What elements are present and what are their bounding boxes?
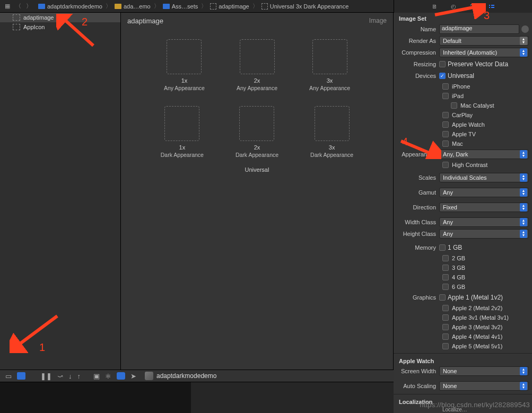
slot-icon	[261, 3, 268, 10]
direction-select[interactable]: Fixed▲▼	[439, 203, 529, 212]
jump-bar: ▦ 〈 〉 adaptdarkmodedemo 〉 ada…emo 〉 Ass……	[0, 0, 532, 13]
gfx-3-checkbox[interactable]	[442, 324, 449, 330]
location-icon[interactable]: ➤	[130, 372, 136, 380]
imageset-icon	[13, 14, 20, 21]
wells-row-dark: 1xDark Appearance 2xDark Appearance 3xDa…	[161, 106, 353, 158]
render-as-select[interactable]: Default▲▼	[439, 36, 529, 46]
preserve-vector-checkbox[interactable]	[439, 61, 446, 67]
attributes-inspector: Image Set Name adaptimage Render As Defa…	[394, 13, 532, 413]
console-area	[0, 382, 394, 413]
crumb-asset[interactable]: adaptimage	[219, 3, 249, 10]
device-watch-checkbox[interactable]	[442, 121, 449, 128]
auto-scaling-select[interactable]: None▲▼	[439, 381, 529, 391]
outline-item-label: AppIcon	[23, 24, 45, 30]
well-1x-dark[interactable]: 1xDark Appearance	[161, 106, 204, 158]
crumb-project[interactable]: adaptdarkmodedemo	[47, 3, 102, 10]
file-inspector-icon[interactable]: 🗎	[430, 2, 439, 11]
asset-editor: adaptimage Image 1xAny Appearance 2xAny …	[121, 13, 394, 413]
high-contrast-checkbox[interactable]	[442, 162, 449, 168]
clear-name-icon[interactable]	[521, 25, 529, 33]
toggle-debug-icon[interactable]: ▭	[5, 372, 12, 380]
app-icon	[145, 372, 153, 380]
recent-files-icon[interactable]: ▦	[3, 2, 12, 11]
debug-bar: ▭ ❚❚ ⤻ ↓ ↑ ▣ ⚛ ➤ adaptdarkmodedemo	[0, 370, 394, 382]
asset-type-label: Image	[369, 17, 387, 24]
memory-3gb-checkbox[interactable]	[442, 265, 449, 271]
well-2x-any[interactable]: 2xAny Appearance	[237, 39, 277, 91]
gfx-2-checkbox[interactable]	[442, 305, 449, 311]
section-image-set: Image Set	[394, 13, 532, 23]
section-apple-watch: Apple Watch	[394, 356, 532, 365]
crumb-group[interactable]: ada…emo	[124, 3, 151, 10]
universal-label: Universal	[245, 166, 269, 173]
pause-icon[interactable]: ❚❚	[40, 372, 52, 380]
memory-6gb-checkbox[interactable]	[442, 284, 449, 290]
assets-icon	[163, 4, 170, 9]
well-3x-dark[interactable]: 3xDark Appearance	[310, 106, 353, 158]
outline-item-label: adaptimage	[23, 14, 54, 21]
project-icon	[38, 4, 45, 9]
step-in-icon[interactable]: ↓	[68, 372, 72, 380]
wells-row-any: 1xAny Appearance 2xAny Appearance 3xAny …	[164, 39, 350, 91]
device-mac-checkbox[interactable]	[442, 140, 449, 147]
view-debug-icon[interactable]: ▣	[93, 372, 100, 380]
watermark: https://blog.csdn.net/kyl282889543	[420, 401, 530, 409]
folder-icon	[115, 4, 121, 9]
nav-forward-icon[interactable]: 〉	[24, 2, 33, 11]
step-over-icon[interactable]: ⤻	[57, 372, 63, 380]
device-universal-checkbox[interactable]: ✓	[439, 73, 446, 79]
scheme-label: adaptdarkmodedemo	[156, 372, 216, 380]
well-3x-any[interactable]: 3xAny Appearance	[309, 39, 350, 91]
memory-2gb-checkbox[interactable]	[442, 255, 449, 261]
well-1x-any[interactable]: 1xAny Appearance	[164, 39, 205, 91]
help-inspector-icon[interactable]: ?⃝	[468, 2, 477, 11]
process-selector[interactable]: adaptdarkmodedemo	[145, 372, 216, 380]
asset-outline: adaptimage AppIcon ＋ － ⌕ Filter	[0, 13, 121, 413]
device-iphone-checkbox[interactable]	[442, 83, 449, 90]
imageset-icon	[210, 3, 216, 10]
env-overrides-icon[interactable]	[117, 372, 125, 380]
outline-item-adaptimage[interactable]: adaptimage	[0, 13, 120, 22]
device-catalyst-checkbox[interactable]	[451, 102, 457, 109]
inspector-tabs: 🗎 ◴ ?⃝	[394, 0, 532, 13]
gfx-3v1-checkbox[interactable]	[442, 314, 449, 321]
gfx-4-checkbox[interactable]	[442, 333, 449, 340]
scales-select[interactable]: Individual Scales▲▼	[439, 173, 529, 182]
appearances-select[interactable]: Any, Dark▲▼	[439, 150, 529, 159]
breakpoints-icon[interactable]	[17, 372, 25, 380]
name-input[interactable]: adaptimage	[439, 24, 519, 34]
crumb-assets[interactable]: Ass…sets	[172, 3, 198, 10]
nav-back-icon[interactable]: 〈	[14, 2, 22, 11]
well-2x-dark[interactable]: 2xDark Appearance	[236, 106, 278, 158]
canvas-title: adaptimage	[127, 17, 163, 25]
appicon-icon	[13, 24, 20, 30]
device-ipad-checkbox[interactable]	[442, 93, 449, 99]
step-out-icon[interactable]: ↑	[77, 372, 81, 380]
memory-1gb-checkbox[interactable]	[439, 244, 446, 251]
gamut-select[interactable]: Any▲▼	[439, 188, 529, 197]
height-class-select[interactable]: Any▲▼	[439, 229, 529, 239]
screen-width-select[interactable]: None▲▼	[439, 366, 529, 376]
width-class-select[interactable]: Any▲▼	[439, 217, 529, 227]
gfx-5-checkbox[interactable]	[442, 343, 449, 349]
compression-select[interactable]: Inherited (Automatic)▲▼	[439, 48, 529, 57]
crumb-slot[interactable]: Universal 3x Dark Appearance	[270, 3, 349, 10]
memory-graph-icon[interactable]: ⚛	[105, 372, 111, 380]
gfx-1-checkbox[interactable]	[439, 294, 446, 301]
attributes-inspector-icon[interactable]	[487, 2, 496, 11]
outline-item-appicon[interactable]: AppIcon	[0, 22, 120, 32]
device-carplay-checkbox[interactable]	[442, 112, 449, 118]
memory-4gb-checkbox[interactable]	[442, 274, 449, 280]
history-inspector-icon[interactable]: ◴	[449, 2, 458, 11]
device-tv-checkbox[interactable]	[442, 131, 449, 137]
